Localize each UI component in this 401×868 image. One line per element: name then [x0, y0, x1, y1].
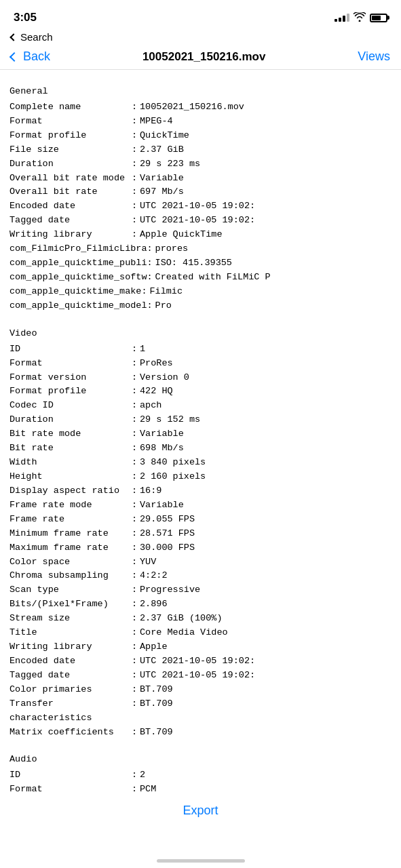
info-separator: : [132, 683, 140, 697]
table-row: Encoded date: UTC 2021-10-05 19:02: [9, 654, 392, 669]
info-separator: : [132, 228, 140, 242]
info-key: com_FilmicPro_FilmicLibra [9, 242, 147, 256]
info-value: ISO: 415.39355 [155, 256, 392, 271]
info-value: ProRes [140, 357, 392, 371]
info-separator: : [132, 129, 140, 143]
table-row: Scan type: Progressive [9, 583, 392, 597]
info-key: Bits/(Pixel*Frame) [9, 597, 132, 612]
info-separator: : [132, 143, 140, 157]
content-area: General Complete name: 10052021_150216.m… [0, 70, 401, 868]
info-value: apch [140, 399, 392, 413]
info-separator: : [132, 115, 140, 129]
info-key: Format [9, 115, 132, 129]
info-separator: : [147, 299, 155, 313]
info-key: Transfer characteristics [9, 697, 132, 726]
table-row: Overall bit rate: 697 Mb/s [9, 185, 392, 199]
table-row: Duration: 29 s 152 ms [9, 413, 392, 427]
info-key: Overall bit rate [9, 185, 132, 199]
info-key: Color primaries [9, 683, 132, 697]
table-row: Chroma subsampling: 4:2:2 [9, 569, 392, 583]
info-value: prores [155, 242, 392, 256]
info-separator: : [132, 199, 140, 214]
audio-section-header: Audio [9, 753, 392, 767]
info-value: 4:2:2 [140, 569, 392, 583]
info-value: Variable [140, 172, 392, 186]
info-separator: : [132, 768, 140, 783]
info-key: Title [9, 626, 132, 640]
info-key: Matrix coefficients [9, 726, 132, 740]
table-row: com_apple_quicktime_publi: ISO: 415.3935… [9, 256, 392, 271]
export-button[interactable]: Export [183, 804, 218, 818]
info-value: UTC 2021-10-05 19:02: [140, 214, 392, 228]
info-key: Format profile [9, 129, 132, 143]
info-key: Frame rate mode [9, 498, 132, 513]
table-row: Display aspect ratio: 16:9 [9, 484, 392, 498]
table-row: Format profile: 422 HQ [9, 384, 392, 399]
info-key: Chroma subsampling [9, 569, 132, 583]
table-row: Duration: 29 s 223 ms [9, 157, 392, 172]
info-separator: : [132, 470, 140, 484]
table-row: Format: MPEG-4 [9, 115, 392, 129]
views-button[interactable]: Views [358, 50, 390, 64]
table-row: Complete name: 10052021_150216.mov [9, 100, 392, 115]
info-value: BT.709 [140, 726, 392, 740]
table-row: Frame rate mode: Variable [9, 498, 392, 513]
info-key: Frame rate [9, 513, 132, 527]
info-value: Core Media Video [140, 626, 392, 640]
info-key: Bit rate mode [9, 427, 132, 441]
info-separator: : [132, 371, 140, 385]
info-separator: : [147, 271, 155, 285]
table-row: Width: 3 840 pixels [9, 456, 392, 470]
info-separator: : [132, 626, 140, 640]
battery-icon [370, 14, 387, 22]
info-separator: : [132, 569, 140, 583]
table-row: Writing library: Apple QuickTime [9, 228, 392, 242]
info-key: Writing library [9, 640, 132, 654]
info-key: Format [9, 357, 132, 371]
info-separator: : [132, 172, 140, 186]
table-row: com_FilmicPro_FilmicLibra: prores [9, 242, 392, 256]
info-value: MPEG-4 [140, 115, 392, 129]
info-value: QuickTime [140, 129, 392, 143]
info-key: Complete name [9, 100, 132, 115]
search-back-label: Search [11, 31, 390, 43]
info-key: Overall bit rate mode [9, 172, 132, 186]
info-key: File size [9, 143, 132, 157]
table-row: Minimum frame rate: 28.571 FPS [9, 527, 392, 541]
info-key: Tagged date [9, 669, 132, 683]
info-separator: : [132, 413, 140, 427]
info-separator: : [132, 357, 140, 371]
info-value: 3 840 pixels [140, 456, 392, 470]
info-value: 10052021_150216.mov [140, 100, 392, 115]
info-key: Bit rate [9, 441, 132, 456]
info-separator: : [132, 513, 140, 527]
info-separator: : [132, 456, 140, 470]
table-row: Format: ProRes [9, 357, 392, 371]
info-value: Pro [155, 299, 392, 313]
info-value: BT.709 [140, 683, 392, 697]
info-separator: : [147, 242, 155, 256]
info-separator: : [132, 669, 140, 683]
info-value: PCM [140, 783, 392, 797]
info-key: Maximum frame rate [9, 541, 132, 555]
info-key: com_apple_quicktime_make [9, 285, 141, 299]
table-row: com_apple_quicktime_softw: Created with … [9, 271, 392, 285]
info-separator: : [132, 185, 140, 199]
back-button[interactable]: Back [11, 50, 50, 64]
home-indicator [157, 859, 245, 863]
info-key: Minimum frame rate [9, 527, 132, 541]
info-value: UTC 2021-10-05 19:02: [140, 199, 392, 214]
table-row: Bit rate: 698 Mb/s [9, 441, 392, 456]
table-row: Frame rate: 29.055 FPS [9, 513, 392, 527]
info-separator: : [147, 256, 155, 271]
info-value: 697 Mb/s [140, 185, 392, 199]
info-value: 29.055 FPS [140, 513, 392, 527]
info-value: 1 [140, 342, 392, 357]
search-nav: Search [0, 30, 401, 45]
nav-bar: Back 10052021_150216.mov Views [0, 45, 401, 70]
info-value: Created with FiLMiC P [155, 271, 392, 285]
chevron-left-small-icon [9, 33, 17, 41]
info-value: 16:9 [140, 484, 392, 498]
info-value: Progressive [140, 583, 392, 597]
info-separator: : [132, 783, 140, 797]
